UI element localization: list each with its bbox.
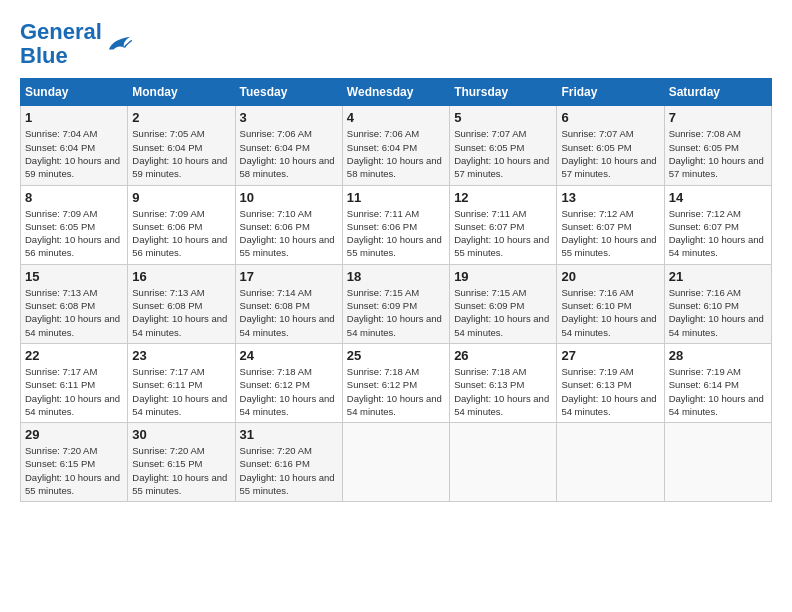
day-number: 1 [25,110,123,125]
calendar-cell: 18 Sunrise: 7:15 AM Sunset: 6:09 PM Dayl… [342,264,449,343]
calendar-week-row: 22 Sunrise: 7:17 AM Sunset: 6:11 PM Dayl… [21,343,772,422]
day-info: Sunrise: 7:07 AM Sunset: 6:05 PM Dayligh… [561,127,659,180]
day-header-sunday: Sunday [21,79,128,106]
day-info: Sunrise: 7:16 AM Sunset: 6:10 PM Dayligh… [669,286,767,339]
day-number: 9 [132,190,230,205]
day-info: Sunrise: 7:10 AM Sunset: 6:06 PM Dayligh… [240,207,338,260]
logo-text: GeneralBlue [20,20,102,68]
calendar-cell: 27 Sunrise: 7:19 AM Sunset: 6:13 PM Dayl… [557,343,664,422]
day-info: Sunrise: 7:20 AM Sunset: 6:15 PM Dayligh… [132,444,230,497]
calendar-cell: 13 Sunrise: 7:12 AM Sunset: 6:07 PM Dayl… [557,185,664,264]
calendar-cell: 11 Sunrise: 7:11 AM Sunset: 6:06 PM Dayl… [342,185,449,264]
calendar-cell: 6 Sunrise: 7:07 AM Sunset: 6:05 PM Dayli… [557,106,664,185]
calendar-cell: 3 Sunrise: 7:06 AM Sunset: 6:04 PM Dayli… [235,106,342,185]
day-info: Sunrise: 7:20 AM Sunset: 6:15 PM Dayligh… [25,444,123,497]
day-header-wednesday: Wednesday [342,79,449,106]
calendar-cell: 1 Sunrise: 7:04 AM Sunset: 6:04 PM Dayli… [21,106,128,185]
calendar-cell [450,423,557,502]
day-number: 28 [669,348,767,363]
day-number: 19 [454,269,552,284]
day-info: Sunrise: 7:06 AM Sunset: 6:04 PM Dayligh… [347,127,445,180]
calendar-week-row: 29 Sunrise: 7:20 AM Sunset: 6:15 PM Dayl… [21,423,772,502]
day-info: Sunrise: 7:12 AM Sunset: 6:07 PM Dayligh… [669,207,767,260]
day-info: Sunrise: 7:19 AM Sunset: 6:13 PM Dayligh… [561,365,659,418]
day-number: 25 [347,348,445,363]
day-number: 12 [454,190,552,205]
day-info: Sunrise: 7:18 AM Sunset: 6:12 PM Dayligh… [347,365,445,418]
calendar-cell: 16 Sunrise: 7:13 AM Sunset: 6:08 PM Dayl… [128,264,235,343]
day-number: 20 [561,269,659,284]
day-info: Sunrise: 7:20 AM Sunset: 6:16 PM Dayligh… [240,444,338,497]
day-number: 29 [25,427,123,442]
calendar-cell: 9 Sunrise: 7:09 AM Sunset: 6:06 PM Dayli… [128,185,235,264]
calendar-cell: 7 Sunrise: 7:08 AM Sunset: 6:05 PM Dayli… [664,106,771,185]
calendar-cell: 31 Sunrise: 7:20 AM Sunset: 6:16 PM Dayl… [235,423,342,502]
day-header-monday: Monday [128,79,235,106]
day-info: Sunrise: 7:11 AM Sunset: 6:06 PM Dayligh… [347,207,445,260]
day-info: Sunrise: 7:17 AM Sunset: 6:11 PM Dayligh… [25,365,123,418]
day-number: 18 [347,269,445,284]
day-number: 16 [132,269,230,284]
day-number: 13 [561,190,659,205]
day-info: Sunrise: 7:16 AM Sunset: 6:10 PM Dayligh… [561,286,659,339]
calendar-cell: 8 Sunrise: 7:09 AM Sunset: 6:05 PM Dayli… [21,185,128,264]
day-number: 24 [240,348,338,363]
day-number: 31 [240,427,338,442]
day-info: Sunrise: 7:14 AM Sunset: 6:08 PM Dayligh… [240,286,338,339]
day-info: Sunrise: 7:07 AM Sunset: 6:05 PM Dayligh… [454,127,552,180]
calendar-cell: 17 Sunrise: 7:14 AM Sunset: 6:08 PM Dayl… [235,264,342,343]
calendar-cell: 30 Sunrise: 7:20 AM Sunset: 6:15 PM Dayl… [128,423,235,502]
day-number: 17 [240,269,338,284]
day-info: Sunrise: 7:13 AM Sunset: 6:08 PM Dayligh… [25,286,123,339]
day-info: Sunrise: 7:15 AM Sunset: 6:09 PM Dayligh… [454,286,552,339]
header: GeneralBlue [20,20,772,68]
calendar-cell [664,423,771,502]
calendar-cell: 4 Sunrise: 7:06 AM Sunset: 6:04 PM Dayli… [342,106,449,185]
day-info: Sunrise: 7:04 AM Sunset: 6:04 PM Dayligh… [25,127,123,180]
day-number: 23 [132,348,230,363]
calendar-cell: 15 Sunrise: 7:13 AM Sunset: 6:08 PM Dayl… [21,264,128,343]
logo: GeneralBlue [20,20,132,68]
day-info: Sunrise: 7:13 AM Sunset: 6:08 PM Dayligh… [132,286,230,339]
calendar-cell [342,423,449,502]
calendar-cell [557,423,664,502]
calendar-cell: 20 Sunrise: 7:16 AM Sunset: 6:10 PM Dayl… [557,264,664,343]
calendar-week-row: 1 Sunrise: 7:04 AM Sunset: 6:04 PM Dayli… [21,106,772,185]
calendar-cell: 29 Sunrise: 7:20 AM Sunset: 6:15 PM Dayl… [21,423,128,502]
day-info: Sunrise: 7:08 AM Sunset: 6:05 PM Dayligh… [669,127,767,180]
day-number: 21 [669,269,767,284]
day-number: 6 [561,110,659,125]
day-number: 15 [25,269,123,284]
day-number: 2 [132,110,230,125]
day-header-saturday: Saturday [664,79,771,106]
day-info: Sunrise: 7:15 AM Sunset: 6:09 PM Dayligh… [347,286,445,339]
day-info: Sunrise: 7:12 AM Sunset: 6:07 PM Dayligh… [561,207,659,260]
day-info: Sunrise: 7:06 AM Sunset: 6:04 PM Dayligh… [240,127,338,180]
day-number: 3 [240,110,338,125]
day-number: 5 [454,110,552,125]
day-number: 14 [669,190,767,205]
calendar-cell: 5 Sunrise: 7:07 AM Sunset: 6:05 PM Dayli… [450,106,557,185]
calendar-cell: 14 Sunrise: 7:12 AM Sunset: 6:07 PM Dayl… [664,185,771,264]
day-info: Sunrise: 7:17 AM Sunset: 6:11 PM Dayligh… [132,365,230,418]
day-header-tuesday: Tuesday [235,79,342,106]
logo-bird-icon [104,33,132,55]
calendar-cell: 10 Sunrise: 7:10 AM Sunset: 6:06 PM Dayl… [235,185,342,264]
day-number: 30 [132,427,230,442]
day-info: Sunrise: 7:09 AM Sunset: 6:06 PM Dayligh… [132,207,230,260]
day-info: Sunrise: 7:11 AM Sunset: 6:07 PM Dayligh… [454,207,552,260]
calendar-week-row: 8 Sunrise: 7:09 AM Sunset: 6:05 PM Dayli… [21,185,772,264]
calendar-cell: 26 Sunrise: 7:18 AM Sunset: 6:13 PM Dayl… [450,343,557,422]
day-number: 10 [240,190,338,205]
calendar-table: SundayMondayTuesdayWednesdayThursdayFrid… [20,78,772,502]
calendar-cell: 24 Sunrise: 7:18 AM Sunset: 6:12 PM Dayl… [235,343,342,422]
day-header-friday: Friday [557,79,664,106]
day-number: 26 [454,348,552,363]
calendar-cell: 2 Sunrise: 7:05 AM Sunset: 6:04 PM Dayli… [128,106,235,185]
day-info: Sunrise: 7:09 AM Sunset: 6:05 PM Dayligh… [25,207,123,260]
day-header-thursday: Thursday [450,79,557,106]
calendar-cell: 12 Sunrise: 7:11 AM Sunset: 6:07 PM Dayl… [450,185,557,264]
day-info: Sunrise: 7:05 AM Sunset: 6:04 PM Dayligh… [132,127,230,180]
calendar-cell: 19 Sunrise: 7:15 AM Sunset: 6:09 PM Dayl… [450,264,557,343]
day-number: 7 [669,110,767,125]
